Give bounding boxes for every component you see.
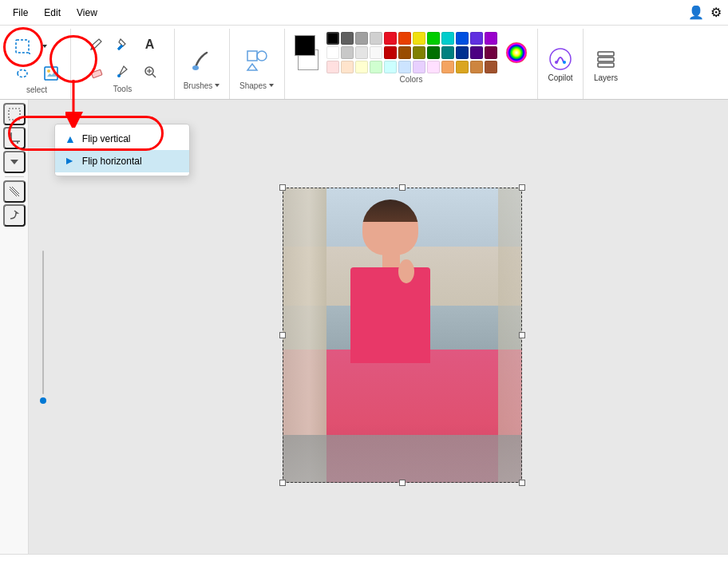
flip-horizontal-item[interactable]: ▲ Flip horizontal bbox=[55, 150, 189, 172]
svg-point-21 bbox=[563, 61, 566, 64]
swatch-ltgray3[interactable] bbox=[355, 46, 368, 59]
swatch-gold[interactable] bbox=[456, 61, 469, 73]
swatch-yellow[interactable] bbox=[413, 32, 425, 45]
svg-point-18 bbox=[506, 42, 527, 63]
handle-bot-right[interactable] bbox=[519, 480, 525, 486]
swatch-ltgray[interactable] bbox=[370, 32, 382, 45]
swatch-brown[interactable] bbox=[398, 46, 411, 59]
text-btn[interactable]: A bbox=[137, 32, 163, 57]
swatch-plum[interactable] bbox=[485, 46, 497, 59]
swatch-blue[interactable] bbox=[456, 32, 469, 45]
swatch-green[interactable] bbox=[427, 32, 440, 45]
select-rect-btn[interactable] bbox=[10, 34, 35, 59]
menu-view[interactable]: View bbox=[70, 5, 104, 21]
swatch-ltblue[interactable] bbox=[398, 61, 411, 73]
select-image-btn[interactable] bbox=[38, 61, 64, 86]
custom-color-btn[interactable] bbox=[502, 38, 531, 67]
svg-point-15 bbox=[257, 51, 267, 61]
swatch-orange[interactable] bbox=[398, 32, 411, 45]
svg-rect-3 bbox=[45, 67, 57, 80]
brushes-btn[interactable] bbox=[183, 41, 221, 80]
flip-vertical-item[interactable]: ▲ Flip vertical bbox=[55, 128, 189, 150]
color-picker-btn[interactable] bbox=[110, 59, 136, 85]
brushes-group: Brushes bbox=[175, 29, 230, 99]
handle-mid-left[interactable] bbox=[279, 332, 286, 338]
swatch-pink[interactable] bbox=[427, 61, 440, 73]
svg-rect-0 bbox=[16, 40, 29, 53]
copilot-group[interactable]: Copilot bbox=[538, 29, 584, 99]
layers-label: Layers bbox=[594, 73, 618, 82]
shapes-btn[interactable] bbox=[238, 41, 276, 80]
menu-file[interactable]: File bbox=[6, 5, 34, 21]
handle-top-right[interactable] bbox=[519, 184, 525, 191]
handle-top-mid[interactable] bbox=[399, 184, 406, 191]
swatch-black[interactable] bbox=[326, 32, 339, 45]
select-free-btn[interactable] bbox=[10, 61, 35, 86]
pattern-btn[interactable] bbox=[3, 180, 26, 203]
handle-mid-right[interactable] bbox=[519, 332, 525, 338]
colors-group: Colors bbox=[285, 29, 538, 99]
zoom-btn[interactable] bbox=[137, 59, 163, 85]
swatch-red[interactable] bbox=[384, 32, 397, 45]
swatch-ltpink[interactable] bbox=[326, 61, 339, 73]
swatch-peach[interactable] bbox=[341, 61, 354, 73]
menu-edit[interactable]: Edit bbox=[38, 5, 67, 21]
svg-rect-25 bbox=[9, 109, 20, 120]
ribbon: select A Tools bbox=[0, 26, 728, 100]
swatch-dkblue[interactable] bbox=[456, 46, 469, 59]
flip-dropdown-menu: ▲ Flip vertical ▲ Flip horizontal bbox=[54, 124, 190, 176]
layers-group[interactable]: Layers bbox=[584, 29, 628, 99]
crop-tool-btn[interactable] bbox=[3, 127, 26, 149]
eraser-btn[interactable] bbox=[83, 59, 109, 85]
fill-btn[interactable] bbox=[110, 32, 136, 57]
svg-line-1 bbox=[29, 53, 30, 54]
swatch-olive[interactable] bbox=[413, 46, 425, 59]
svg-line-31 bbox=[10, 187, 19, 196]
handle-bot-mid[interactable] bbox=[399, 480, 406, 486]
canvas-image-container[interactable] bbox=[283, 188, 522, 483]
tools-label: Tools bbox=[113, 85, 132, 96]
settings-icon[interactable]: ⚙ bbox=[710, 5, 722, 20]
swatch-white2[interactable] bbox=[370, 46, 382, 59]
tools-group: A Tools bbox=[71, 29, 175, 99]
select-tool-btn[interactable] bbox=[3, 103, 26, 125]
handle-bot-left[interactable] bbox=[279, 480, 286, 486]
swatch-white[interactable] bbox=[326, 46, 339, 59]
layers-icon bbox=[593, 46, 619, 72]
select-dropdown-btn[interactable] bbox=[38, 34, 51, 59]
swatch-teal[interactable] bbox=[441, 32, 454, 45]
swatch-darkgray[interactable] bbox=[341, 32, 354, 45]
copilot-label: Copilot bbox=[548, 73, 572, 82]
swatch-dkteal[interactable] bbox=[441, 46, 454, 59]
svg-point-12 bbox=[192, 65, 199, 70]
swatch-ltgreen[interactable] bbox=[370, 61, 382, 73]
arrow-rotate-btn[interactable] bbox=[3, 204, 26, 227]
flip-horizontal-label: Flip horizontal bbox=[82, 156, 142, 167]
swatch-purple[interactable] bbox=[470, 46, 483, 59]
foreground-color[interactable] bbox=[295, 35, 315, 56]
user-icon[interactable]: 👤 bbox=[688, 5, 704, 20]
swatch-dkgreen[interactable] bbox=[427, 46, 440, 59]
swatch-sienna[interactable] bbox=[485, 61, 497, 73]
swatch-ltcyan[interactable] bbox=[384, 61, 397, 73]
swatch-lavender[interactable] bbox=[413, 61, 425, 73]
swatch-violet[interactable] bbox=[485, 32, 497, 45]
swatch-tan[interactable] bbox=[441, 61, 454, 73]
svg-marker-2 bbox=[42, 45, 47, 48]
swatch-peru[interactable] bbox=[470, 61, 483, 73]
swatch-gray[interactable] bbox=[355, 32, 368, 45]
swatch-ltgray2[interactable] bbox=[341, 46, 354, 59]
pencil-btn[interactable] bbox=[83, 32, 109, 57]
brushes-label: Brushes bbox=[184, 81, 213, 90]
swatch-pinkred[interactable] bbox=[384, 46, 397, 59]
swatch-indigo[interactable] bbox=[470, 32, 483, 45]
left-dropdown-btn[interactable] bbox=[3, 151, 26, 173]
swatch-ltyellow[interactable] bbox=[355, 61, 368, 73]
svg-point-20 bbox=[555, 61, 558, 64]
zoom-handle[interactable] bbox=[40, 397, 46, 404]
photo-image bbox=[283, 188, 522, 483]
svg-rect-24 bbox=[598, 63, 614, 67]
svg-rect-23 bbox=[598, 57, 614, 61]
handle-top-left[interactable] bbox=[279, 184, 286, 191]
zoom-bar bbox=[40, 251, 46, 404]
